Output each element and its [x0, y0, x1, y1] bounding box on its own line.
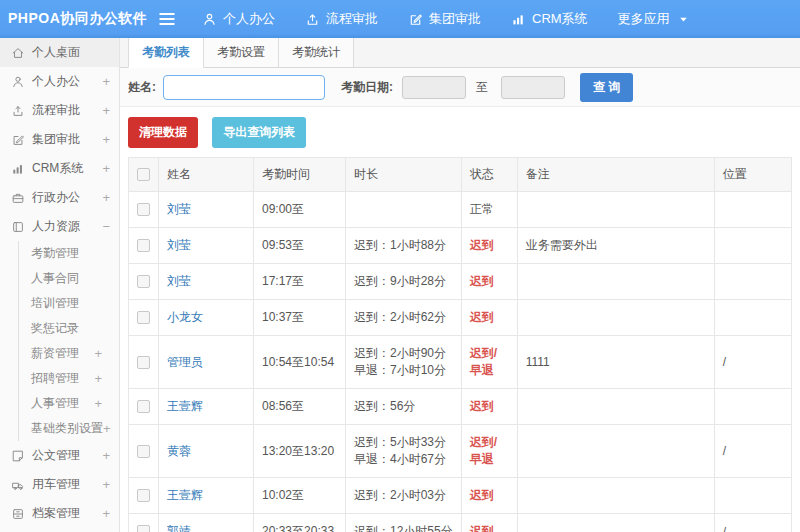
sidebar-item-crm-system[interactable]: CRM系统+	[0, 154, 119, 183]
nav-item-group-approval[interactable]: 集团审批	[408, 10, 481, 28]
nav-item-more-apps[interactable]: 更多应用	[618, 10, 691, 28]
employee-name-link[interactable]: 黄蓉	[167, 444, 191, 458]
row-checkbox[interactable]	[137, 203, 150, 216]
sidebar-item-personal-office[interactable]: 个人办公+	[0, 67, 119, 96]
sidebar-item-vehicle-mgmt[interactable]: 用车管理+	[0, 470, 119, 499]
name-input[interactable]	[163, 75, 325, 100]
duration-cell: 迟到：56分	[346, 389, 462, 425]
column-header: 姓名	[159, 158, 254, 192]
app-logo[interactable]: PHPOA协同办公软件	[0, 10, 158, 28]
collapse-minus-icon[interactable]: −	[102, 220, 110, 233]
row-checkbox[interactable]	[137, 239, 150, 252]
employee-name-link[interactable]: 王壹辉	[167, 399, 203, 413]
row-checkbox[interactable]	[137, 489, 150, 502]
note-cell: 业务需要外出	[517, 228, 714, 264]
menu-icon[interactable]	[158, 11, 176, 27]
sidebar-item-label: 人力资源	[32, 218, 80, 235]
expand-plus-icon[interactable]: +	[102, 478, 110, 491]
date-to-input[interactable]	[501, 76, 565, 99]
duration-cell: 迟到：9小时28分	[346, 264, 462, 300]
duration-cell: 迟到：2小时62分	[346, 300, 462, 336]
sidebar-item-personal-desktop[interactable]: 个人桌面	[0, 38, 119, 67]
clear-data-button[interactable]: 清理数据	[128, 117, 198, 148]
sidebar-item-training-mgmt[interactable]: 培训管理	[19, 291, 119, 316]
employee-name-link[interactable]: 刘莹	[167, 238, 191, 252]
nav-item-label: CRM系统	[532, 10, 588, 28]
share-icon	[305, 12, 320, 27]
table-container: 姓名考勤时间时长状态备注位置 刘莹09:00至正常刘莹09:53至迟到：1小时8…	[120, 157, 800, 532]
status-badge: 迟到	[470, 524, 494, 532]
employee-name-link[interactable]: 王壹辉	[167, 488, 203, 502]
expand-plus-icon[interactable]: +	[102, 104, 110, 117]
column-header: 状态	[461, 158, 517, 192]
row-checkbox[interactable]	[137, 445, 150, 458]
row-checkbox[interactable]	[137, 311, 150, 324]
row-checkbox[interactable]	[137, 525, 150, 532]
sidebar-item-reward-punish-records[interactable]: 奖惩记录	[19, 316, 119, 341]
sidebar-item-attendance-mgmt[interactable]: 考勤管理	[19, 241, 119, 266]
sidebar-item-admin-office[interactable]: 行政办公+	[0, 183, 119, 212]
attendance-time-cell: 17:17至	[254, 264, 346, 300]
sidebar-item-document-mgmt[interactable]: 公文管理+	[0, 441, 119, 470]
employee-name-link[interactable]: 管理员	[167, 355, 203, 369]
to-label: 至	[476, 79, 488, 96]
nav-item-personal-office[interactable]: 个人办公	[202, 10, 275, 28]
employee-name-link[interactable]: 刘莹	[167, 202, 191, 216]
date-from-input[interactable]	[402, 76, 466, 99]
table-row: 小龙女10:37至迟到：2小时62分迟到	[129, 300, 792, 336]
row-checkbox[interactable]	[137, 275, 150, 288]
expand-plus-icon[interactable]: +	[102, 133, 110, 146]
sidebar-item-personnel-mgmt[interactable]: 人事管理+	[19, 391, 119, 416]
employee-name-cell: 王壹辉	[159, 478, 254, 514]
expand-plus-icon[interactable]: +	[102, 191, 110, 204]
tab-attendance-list[interactable]: 考勤列表	[128, 38, 204, 68]
employee-name-link[interactable]: 刘莹	[167, 274, 191, 288]
sidebar-item-project-mgmt[interactable]: 项目管理+	[0, 528, 119, 532]
top-header: PHPOA协同办公软件 个人办公流程审批集团审批CRM系统更多应用	[0, 0, 800, 38]
sidebar-item-label: 用车管理	[32, 476, 80, 493]
search-button[interactable]: 查 询	[580, 73, 633, 102]
employee-name-cell: 小龙女	[159, 300, 254, 336]
expand-plus-icon[interactable]: +	[103, 422, 119, 435]
row-checkbox[interactable]	[137, 356, 150, 369]
sidebar-item-salary-mgmt[interactable]: 薪资管理+	[19, 341, 119, 366]
table-row: 黄蓉13:20至13:20迟到：5小时33分早退：4小时67分迟到/早退/	[129, 425, 792, 478]
location-cell	[714, 300, 791, 336]
table-row: 刘莹09:00至正常	[129, 192, 792, 228]
employee-name-link[interactable]: 小龙女	[167, 310, 203, 324]
sidebar-item-process-approval[interactable]: 流程审批+	[0, 96, 119, 125]
nav-item-crm-system[interactable]: CRM系统	[511, 10, 588, 28]
employee-name-cell: 刘莹	[159, 192, 254, 228]
nav-item-label: 流程审批	[326, 10, 378, 28]
export-list-button[interactable]: 导出查询列表	[212, 117, 306, 148]
expand-plus-icon[interactable]: +	[102, 75, 110, 88]
expand-plus-icon[interactable]: +	[102, 449, 110, 462]
expand-plus-icon[interactable]: +	[102, 162, 110, 175]
expand-plus-icon[interactable]: +	[94, 347, 110, 360]
nav-item-process-approval[interactable]: 流程审批	[305, 10, 378, 28]
employee-name-link[interactable]: 郭靖	[167, 524, 191, 532]
expand-plus-icon[interactable]: +	[94, 372, 110, 385]
sidebar-item-label: 人事管理	[31, 395, 79, 412]
sidebar-item-base-category-settings[interactable]: 基础类别设置+	[19, 416, 119, 441]
tab-attendance-stats[interactable]: 考勤统计	[279, 38, 354, 67]
note-cell	[517, 264, 714, 300]
filter-bar: 姓名: 考勤日期: 至 查 询	[120, 68, 800, 107]
sidebar-item-label: 档案管理	[32, 505, 80, 522]
sidebar-item-archive-mgmt[interactable]: 档案管理+	[0, 499, 119, 528]
sidebar-item-recruitment-mgmt[interactable]: 招聘管理+	[19, 366, 119, 391]
note-cell	[517, 425, 714, 478]
column-header: 备注	[517, 158, 714, 192]
status-cell: 迟到/早退	[461, 336, 517, 389]
select-all-checkbox[interactable]	[137, 168, 150, 181]
tab-attendance-settings[interactable]: 考勤设置	[204, 38, 279, 67]
sidebar-item-human-resources[interactable]: 人力资源−	[0, 212, 119, 241]
expand-plus-icon[interactable]: +	[94, 397, 110, 410]
expand-plus-icon[interactable]: +	[102, 507, 110, 520]
row-checkbox[interactable]	[137, 400, 150, 413]
main-content: 考勤列表考勤设置考勤统计 姓名: 考勤日期: 至 查 询 清理数据 导出查询列表…	[120, 38, 800, 532]
sidebar-item-personnel-contract[interactable]: 人事合同	[19, 266, 119, 291]
sidebar-item-label: 行政办公	[32, 189, 80, 206]
note-cell	[517, 389, 714, 425]
sidebar-item-group-approval[interactable]: 集团审批+	[0, 125, 119, 154]
